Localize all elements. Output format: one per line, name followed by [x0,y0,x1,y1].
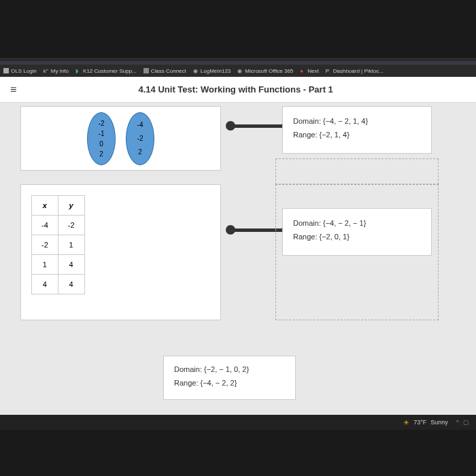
domain-oval: -2 -1 0 2 [87,112,116,165]
bookmark-label: Class Connect [151,68,186,74]
bookmark-my-info[interactable]: k" My Info [44,68,69,74]
answer-card-mid[interactable]: Domain: {−4, − 2, − 1} Range: {−2, 0, 1} [282,208,432,256]
bookmark-label: LogMeIn123 [201,68,231,74]
range-value: 2 [138,148,142,156]
table-header-x: x [32,196,58,216]
bookmark-label: Next [307,68,318,74]
main-content: -2 -1 0 2 -4 -2 2 x y [0,103,476,415]
bookmark-label: Dashboard | Piktoc... [333,68,384,74]
bookmark-label: K12 Customer Supp... [83,68,137,74]
domain-text: Domain: {−4, − 2, 1, 4} [293,115,421,129]
table-row: -2 1 [32,235,85,255]
hamburger-icon[interactable]: ≡ [10,84,16,96]
mapping-diagram-box[interactable]: -2 -1 0 2 -4 -2 2 [20,106,221,171]
slider-1[interactable] [228,124,289,128]
domain-value: -2 [99,120,105,127]
domain-text: Domain: {−2, − 1, 0, 2} [174,363,285,377]
table-cell: 4 [32,275,58,294]
answer-card-bottom[interactable]: Domain: {−2, − 1, 0, 2} Range: {−4, − 2,… [163,356,296,400]
slider-thumb[interactable] [226,225,235,235]
table-cell: 4 [58,275,84,294]
xy-table: x y -4 -2 -2 1 1 4 [31,195,85,294]
weather-condition[interactable]: Sunny [430,419,448,426]
xy-table-box[interactable]: x y -4 -2 -2 1 1 4 [20,184,221,320]
content-area: ≡ 4.14 Unit Test: Working with Functions… [0,77,476,415]
range-text: Range: {−2, 1, 4} [293,129,421,142]
table-cell: -4 [32,216,58,235]
domain-text: Domain: {−4, − 2, − 1} [293,217,421,231]
bookmark-label: My Info [51,68,69,74]
answer-card-top[interactable]: Domain: {−4, − 2, 1, 4} Range: {−2, 1, 4… [282,106,432,154]
bookmark-k12-support[interactable]: ◗ K12 Customer Supp... [75,68,137,74]
bookmark-label: Microsoft Office 365 [245,68,293,74]
p-icon: P [326,68,331,73]
table-cell: 1 [58,235,84,255]
range-oval: -4 -2 2 [126,112,154,165]
slider-thumb[interactable] [226,121,235,131]
page-title: 4.14 Unit Test: Working with Functions -… [30,84,441,95]
globe-icon: ◉ [237,68,243,73]
domain-value: 0 [99,140,103,148]
bookmark-logmein[interactable]: ◉ LogMeIn123 [193,68,231,74]
taskbar: ☀ 73°F Sunny ^ ▢ [0,415,476,430]
range-text: Range: {−4, − 2, 2} [174,377,285,390]
tag-icon: ◗ [75,68,81,73]
chevron-up-icon[interactable]: ^ [456,419,459,426]
range-value: -4 [137,121,143,129]
bookmark-piktochart[interactable]: P Dashboard | Piktoc... [326,68,384,74]
bookmark-class-connect[interactable]: Class Connect [143,68,186,74]
sun-icon: ☀ [403,419,409,426]
table-row: -4 -2 [32,216,85,235]
bookmark-office365[interactable]: ◉ Microsoft Office 365 [237,68,293,74]
domain-value: -1 [99,130,105,137]
table-cell: 4 [58,255,84,275]
browser-window: OLS Login k" My Info ◗ K12 Customer Supp… [0,58,476,415]
square-icon [143,68,149,73]
globe-icon: ◉ [193,68,199,73]
bookmark-ols-login[interactable]: OLS Login [3,68,37,74]
range-text: Range: {−2, 0, 1} [293,231,421,244]
bookmark-next[interactable]: ● Next [300,68,318,74]
table-header-y: y [58,196,84,216]
range-value: -2 [137,135,143,142]
table-cell: 1 [32,255,58,275]
bookmark-label: OLS Login [11,68,37,74]
table-row: 4 4 [32,275,85,294]
notification-icon[interactable]: ▢ [463,419,469,426]
table-row: 1 4 [32,255,85,275]
domain-value: 2 [99,150,103,158]
header-bar: ≡ 4.14 Unit Test: Working with Functions… [0,77,476,103]
bookmarks-bar: OLS Login k" My Info ◗ K12 Customer Supp… [0,65,476,77]
table-cell: -2 [32,235,58,255]
k-icon: k" [44,68,49,73]
table-cell: -2 [58,216,84,235]
weather-temp[interactable]: 73°F [413,419,426,426]
circle-icon: ● [300,68,305,73]
square-icon [3,68,9,73]
mapping-diagram: -2 -1 0 2 -4 -2 2 [87,112,154,165]
drop-zone-top[interactable] [275,158,439,184]
